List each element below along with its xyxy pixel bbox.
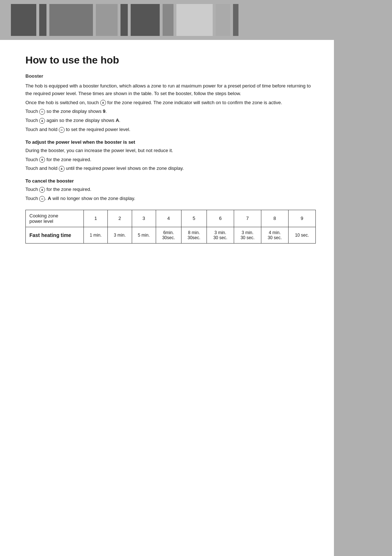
adjust-line1: During the booster, you can increase the…	[25, 147, 316, 155]
header-block-7	[163, 4, 173, 36]
time-6: 3 min.30 sec.	[207, 227, 234, 243]
time-1: 1 min.	[84, 227, 108, 243]
cancel-heading: To cancel the booster	[25, 178, 316, 184]
time-3: 5 min.	[132, 227, 156, 243]
table-col-2: 2	[108, 210, 132, 227]
main-content: How to use the hob Booster The hob is eq…	[0, 40, 334, 258]
table-col-7: 7	[234, 210, 261, 227]
table-col-4: 4	[156, 210, 181, 227]
time-2: 3 min.	[108, 227, 132, 243]
time-4: 6min.30sec.	[156, 227, 181, 243]
header-block-10	[233, 4, 238, 36]
table-col-1: 1	[84, 210, 108, 227]
header-block-3	[49, 4, 93, 36]
header-block-2	[39, 4, 46, 36]
cancel-line1: Touch + for the zone required.	[25, 186, 316, 193]
booster-step3: Touch + again so the zone display shows …	[25, 117, 316, 124]
adjust-line3: Touch and hold + until the required powe…	[25, 165, 316, 172]
time-9: 10 sec.	[288, 227, 315, 243]
minus-symbol-1: −	[39, 109, 45, 115]
header-block-6	[131, 4, 160, 36]
header-block-1	[11, 4, 36, 36]
booster-step2: Touch − so the zone display shows 9.	[25, 108, 316, 115]
header-block-5	[121, 4, 128, 36]
header-bar	[0, 0, 392, 40]
table-col-5: 5	[181, 210, 207, 227]
time-7: 3 min.30 sec.	[234, 227, 261, 243]
plus-symbol-5: +	[39, 187, 45, 193]
booster-table: Cooking zonepower level 1 2 3 4 5 6 7 8 …	[25, 210, 316, 244]
page-title: How to use the hob	[25, 54, 316, 66]
booster-label: Booster	[25, 73, 316, 79]
header-blocks	[0, 0, 392, 40]
time-8: 4 min.30 sec.	[261, 227, 288, 243]
booster-intro: The hob is equipped with a booster funct…	[25, 82, 316, 98]
table-corner-header: Cooking zonepower level	[26, 210, 84, 227]
plus-symbol-4: +	[59, 166, 65, 172]
plus-symbol-2: +	[39, 118, 45, 124]
table-col-3: 3	[132, 210, 156, 227]
minus-symbol-2: −	[59, 127, 65, 133]
time-5: 8 min.30sec.	[181, 227, 207, 243]
header-block-4	[96, 4, 118, 36]
header-block-9	[216, 4, 230, 36]
adjust-line2: Touch + for the zone required.	[25, 156, 316, 164]
plus-symbol-1: +	[100, 100, 106, 106]
booster-step1: Once the hob is switched on, touch + for…	[25, 99, 316, 107]
table-col-9: 9	[288, 210, 315, 227]
right-sidebar	[334, 0, 392, 556]
fast-heating-label: Fast heating time	[26, 227, 84, 243]
table-col-8: 8	[261, 210, 288, 227]
table-header-row: Cooking zonepower level 1 2 3 4 5 6 7 8 …	[26, 210, 316, 227]
header-block-8	[176, 4, 213, 36]
adjust-heading: To adjust the power level when the boost…	[25, 139, 316, 145]
minus-symbol-3: −	[39, 196, 45, 202]
cancel-line2: Touch −. A will no longer show on the zo…	[25, 195, 316, 203]
plus-symbol-3: +	[39, 157, 45, 163]
table-data-row: Fast heating time 1 min. 3 min. 5 min. 6…	[26, 227, 316, 243]
table-col-6: 6	[207, 210, 234, 227]
booster-step4: Touch and hold − to set the required pow…	[25, 126, 316, 134]
